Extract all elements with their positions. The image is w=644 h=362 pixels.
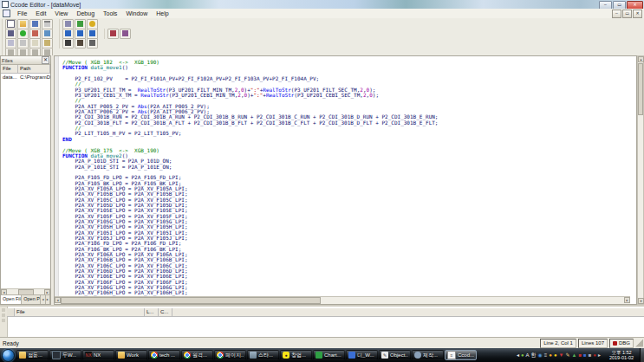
taskbar-button-media-app[interactable]: 두W... xyxy=(49,350,81,360)
files-panel-tabs: Open Files Open Pro ◂ ▸ xyxy=(1,294,50,304)
print-icon xyxy=(44,21,50,27)
scroll-thumb[interactable] xyxy=(638,63,643,115)
output-col-line[interactable]: L... xyxy=(145,308,159,316)
output-col-col[interactable]: C... xyxy=(159,308,172,316)
run-icon xyxy=(89,21,95,27)
menu-window[interactable]: Window xyxy=(121,10,152,18)
taskbar-button-photo-app[interactable]: 스타... xyxy=(247,350,279,360)
files-col-path[interactable]: Path xyxy=(18,65,50,73)
book-purple-button[interactable] xyxy=(120,29,131,39)
taskbar-button-work-folder[interactable]: Work xyxy=(115,350,147,360)
tray-gray-square-icon[interactable]: ■ xyxy=(589,352,592,359)
scroll-right-icon[interactable]: ▸ xyxy=(624,297,630,303)
taskbar-button-globe-app[interactable]: 제작... xyxy=(412,350,444,360)
menu-help[interactable]: Help xyxy=(152,10,172,18)
tray-ime-a-icon[interactable]: A xyxy=(526,352,530,359)
editor-hscrollbar[interactable]: ◂ ▸ xyxy=(55,296,630,304)
taskbar-button-label: 스타... xyxy=(258,352,273,359)
status-line-col: Line 2, Col 1 xyxy=(540,339,576,348)
tray-white-bars-icon[interactable]: ≡ xyxy=(544,352,548,359)
show-desktop-button[interactable] xyxy=(640,348,644,362)
status-bar: Ready Line 2, Col 1 Lines 107 DBG xyxy=(0,337,644,348)
taskbar-button-chrome-remote[interactable]: 원격... xyxy=(181,350,213,360)
media-icon xyxy=(52,351,61,359)
tray-blue-square-icon[interactable]: ■ xyxy=(583,352,587,359)
cut-icon xyxy=(20,40,26,46)
editor-vscrollbar[interactable]: ▴ ▾ xyxy=(637,55,644,305)
book-red-icon xyxy=(110,30,116,36)
outdent-icon xyxy=(8,49,14,55)
taskbar-button-nx-app[interactable]: NXNX xyxy=(82,350,114,360)
files-col-file[interactable]: File xyxy=(1,65,18,73)
appblue-icon xyxy=(348,352,355,359)
photo-icon xyxy=(250,352,257,359)
taskbar-button-kakao-talk[interactable]: ●창업... xyxy=(280,350,312,360)
book-red-button[interactable] xyxy=(107,29,119,39)
compile-icon xyxy=(8,30,14,36)
menu-edit[interactable]: Edit xyxy=(31,10,50,18)
tray-red-tri-icon[interactable]: ▼ xyxy=(559,352,564,359)
tray-pen-icon[interactable]: ✎ xyxy=(566,352,570,359)
file-list-item[interactable]: data... C:\ProgramDat xyxy=(1,74,50,81)
output-col-file[interactable]: File xyxy=(15,308,145,316)
taskbar-button-chrome-tech[interactable]: tech ... xyxy=(148,350,180,360)
scroll-up-icon[interactable]: ▴ xyxy=(638,56,644,62)
mdi-restore-button[interactable]: ▭ xyxy=(622,10,632,18)
tray-orange-dot-icon[interactable]: ● xyxy=(549,352,552,359)
menu-view[interactable]: View xyxy=(50,10,72,18)
find-in-files-button[interactable] xyxy=(75,38,86,48)
mdi-minimize-button[interactable]: – xyxy=(612,10,621,18)
tray-red-dot2-icon[interactable]: ● xyxy=(593,352,596,359)
resize-grip[interactable] xyxy=(635,339,643,347)
mdi-close-button[interactable]: ✕ xyxy=(633,10,642,18)
tray-ime-han-icon[interactable]: 한 xyxy=(531,352,537,359)
find-button[interactable] xyxy=(62,38,74,48)
tab-scroll-right-icon[interactable]: ▸ xyxy=(46,295,50,304)
nx-icon: NX xyxy=(85,352,92,359)
taskbar-button-label: 원격... xyxy=(192,352,207,359)
close-icon[interactable]: ✕ xyxy=(42,56,49,64)
chrome-icon xyxy=(217,352,224,359)
clock[interactable]: 오후 1:52 2019-01-02 xyxy=(603,350,640,361)
indent-icon xyxy=(20,49,26,55)
start-button[interactable] xyxy=(2,349,15,362)
tray-yellow-dot-icon[interactable]: ● xyxy=(554,352,557,359)
files-panel-title: Files xyxy=(2,58,13,63)
copy-icon xyxy=(32,40,38,46)
tray-hidden-icons-icon[interactable]: ◂ xyxy=(517,352,519,359)
menu-debug[interactable]: Debug xyxy=(72,10,99,18)
tray-red-square-icon[interactable]: ■ xyxy=(578,352,582,359)
scroll-thumb[interactable] xyxy=(61,297,321,304)
taskbar-button-label: 페이지... xyxy=(225,352,244,359)
output-panel: File L... C... xyxy=(0,305,644,337)
tray-blue-ring-icon[interactable]: ◉ xyxy=(538,352,543,359)
taskbar-button-label: 창업... xyxy=(291,352,306,359)
taskbar-button-folder-kr[interactable]: 접동... xyxy=(16,350,49,360)
toolbar xyxy=(0,18,644,55)
taskbar-button-label: 제작... xyxy=(423,352,438,359)
taskbar-buttons: 접동...두W...NXNXWorktech ...원격...페이지...스타.… xyxy=(16,350,513,360)
menu-file[interactable]: File xyxy=(13,10,31,18)
folder-icon xyxy=(19,352,26,359)
taskbar-button-chart-app[interactable]: Chart... xyxy=(313,350,345,360)
tab-open-files[interactable]: Open Files xyxy=(1,295,22,304)
code-area[interactable]: //Move ( XGB_182 <-> XGB_190)FUNCTION da… xyxy=(62,60,438,301)
taskbar-button-ccode-editor[interactable]: ≡Ccod... xyxy=(445,350,477,360)
step-out-icon xyxy=(89,30,95,36)
undo-icon xyxy=(8,40,14,46)
code-editor[interactable]: //Move ( XGB_182 <-> XGB_190)FUNCTION da… xyxy=(54,55,637,305)
tab-open-projects[interactable]: Open Pro xyxy=(22,295,41,304)
taskbar-button-chrome-page[interactable]: 페이지... xyxy=(214,350,246,360)
check-icon xyxy=(77,21,83,27)
tray-green-dot-icon[interactable]: ● xyxy=(521,352,524,359)
window-title: Ccode Editor - [dataMove] xyxy=(10,1,81,9)
menu-tools[interactable]: Tools xyxy=(99,10,121,18)
tray-green-tri-icon[interactable]: ▲ xyxy=(572,352,577,359)
replace-button[interactable] xyxy=(87,38,98,48)
tray-white-arrow-icon[interactable]: ▸ xyxy=(598,352,601,359)
scroll-left-icon[interactable]: ◂ xyxy=(55,297,61,303)
taskbar-button-label: 두W... xyxy=(62,352,76,359)
scroll-down-icon[interactable]: ▾ xyxy=(638,298,644,304)
taskbar-button-blue-app[interactable]: 디_W... xyxy=(346,350,378,360)
taskbar-button-object-app[interactable]: ✎Object... xyxy=(379,350,411,360)
